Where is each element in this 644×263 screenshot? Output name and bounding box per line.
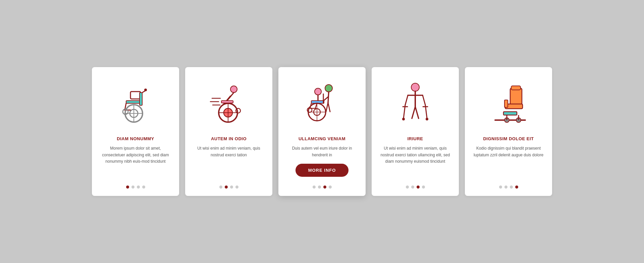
card-2: AUTEM IN ODIO Ut wisi enim ad minim veni… xyxy=(185,67,272,196)
card-3-dots xyxy=(313,186,332,189)
svg-rect-0 xyxy=(130,92,141,99)
svg-rect-2 xyxy=(140,93,142,105)
card-2-title: AUTEM IN ODIO xyxy=(211,136,247,141)
card-1-dots xyxy=(126,186,145,189)
more-info-button[interactable]: MORE INFO xyxy=(296,164,349,177)
card-4: IRIURE Ut wisi enim ad minim veniam, qui… xyxy=(372,67,459,196)
svg-point-23 xyxy=(236,108,240,113)
svg-line-27 xyxy=(326,103,328,112)
card-3-text: Duis autem vel eum iriure dolor in hendr… xyxy=(286,145,358,158)
svg-line-52 xyxy=(412,107,415,118)
svg-point-29 xyxy=(315,88,321,95)
card-2-dots xyxy=(219,186,238,189)
svg-line-53 xyxy=(415,107,419,118)
cards-container: DIAM NONUMMY Morem ipsum dolor sit amet,… xyxy=(72,54,572,209)
card-3-icon xyxy=(286,76,358,130)
dot xyxy=(313,186,316,189)
card-5-text: Kodio dignissim qui blandit praesent lup… xyxy=(473,145,544,179)
svg-line-45 xyxy=(423,95,425,105)
svg-point-24 xyxy=(325,85,332,92)
svg-rect-15 xyxy=(221,101,233,103)
dot xyxy=(499,186,502,189)
dot xyxy=(406,186,409,189)
dot xyxy=(219,186,222,189)
dot xyxy=(417,186,420,189)
card-4-dots xyxy=(406,186,425,189)
svg-rect-1 xyxy=(126,101,141,103)
svg-line-28 xyxy=(328,103,330,112)
card-5-title: DIGNISSIM DOLOE EIT xyxy=(483,136,534,141)
svg-rect-57 xyxy=(504,100,508,107)
dot xyxy=(329,186,332,189)
card-2-text: Ut wisi enim ad minim veniam, quis nostr… xyxy=(193,145,264,179)
dot xyxy=(235,186,238,189)
svg-point-48 xyxy=(402,118,405,120)
card-4-title: IRIURE xyxy=(407,136,423,141)
card-5: DIGNISSIM DOLOE EIT Kodio dignissim qui … xyxy=(465,67,552,196)
dot xyxy=(225,186,228,189)
svg-point-6 xyxy=(144,89,147,91)
dot xyxy=(137,186,140,189)
dot xyxy=(230,186,233,189)
card-4-text: Ut wisi enim ad minim veniam, quis nostr… xyxy=(380,145,451,179)
dot xyxy=(126,186,129,189)
dot xyxy=(422,186,425,189)
svg-point-12 xyxy=(230,86,237,93)
dot xyxy=(504,186,507,189)
svg-point-49 xyxy=(426,118,428,120)
card-1-title: DIAM NONUMMY xyxy=(117,136,154,141)
card-1: DIAM NONUMMY Morem ipsum dolor sit amet,… xyxy=(92,67,179,196)
dot xyxy=(323,186,326,189)
dot xyxy=(510,186,513,189)
card-3: ULLAMCING VENIAM Duis autem vel eum iriu… xyxy=(278,67,366,196)
dot xyxy=(318,186,321,189)
dot xyxy=(411,186,414,189)
dot xyxy=(131,186,135,189)
dot xyxy=(142,186,145,189)
card-4-icon xyxy=(380,76,451,130)
svg-rect-63 xyxy=(511,86,521,90)
card-1-icon xyxy=(100,76,171,130)
card-5-dots xyxy=(499,186,518,189)
svg-line-44 xyxy=(405,95,408,105)
svg-rect-56 xyxy=(503,112,517,115)
card-2-icon xyxy=(193,76,264,130)
card-1-text: Morem ipsum dolor sit amet, consectetuer… xyxy=(100,145,171,179)
card-5-icon xyxy=(473,76,544,130)
dot xyxy=(515,186,518,189)
card-3-title: ULLAMCING VENIAM xyxy=(299,136,345,141)
svg-point-41 xyxy=(411,83,419,91)
